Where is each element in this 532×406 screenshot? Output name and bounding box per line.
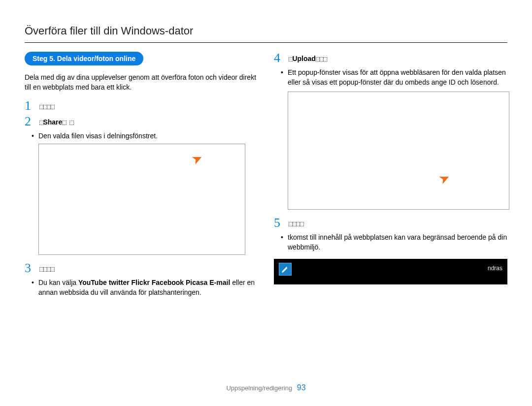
step-3-bullet-bold: YouTube twitter Flickr Facebook Picasa E… bbox=[78, 279, 230, 286]
note-pencil-icon bbox=[279, 263, 292, 276]
page-title: Överföra filer till din Windows-dator bbox=[25, 25, 507, 37]
step-2-head: ⬚Share⬚ ⬚ bbox=[39, 118, 258, 126]
screenshot-placeholder-right: ➤ bbox=[288, 92, 509, 210]
step-3-head: ⬚⬚⬚⬚ bbox=[39, 265, 258, 273]
step-4-bold: Upload bbox=[292, 55, 315, 62]
step-number-4: 4 bbox=[274, 52, 284, 64]
step-3: 3 ⬚⬚⬚⬚ bbox=[25, 262, 258, 275]
step-number-1: 1 bbox=[25, 99, 34, 112]
step-3-bullet: Du kan välja YouTube twitter Flickr Face… bbox=[25, 278, 258, 298]
right-column: 4 ⬚Upload⬚⬚⬚ Ett popup-fönster visas för… bbox=[274, 52, 507, 300]
step-1-glyph: ⬚⬚⬚⬚ bbox=[39, 102, 54, 110]
step-number-2: 2 bbox=[25, 115, 34, 128]
content-columns: Steg 5. Dela videor/foton online Dela me… bbox=[25, 52, 507, 300]
cursor-arrow-icon: ➤ bbox=[436, 169, 452, 187]
step-badge: Steg 5. Dela videor/foton online bbox=[25, 52, 143, 65]
page-footer: Uppspelning/redigering 93 bbox=[0, 383, 532, 392]
step-2-bullet: Den valda filen visas i delningsfönstret… bbox=[25, 131, 258, 141]
step-5-head: ⬚⬚⬚⬚ bbox=[289, 219, 507, 227]
page-number: 93 bbox=[297, 383, 306, 392]
step-4: 4 ⬚Upload⬚⬚⬚ bbox=[274, 52, 507, 64]
step-5-glyph: ⬚⬚⬚⬚ bbox=[289, 219, 303, 227]
step-4-glyph: ⬚⬚⬚ bbox=[316, 55, 327, 62]
step-5-bullet: tkomst till innehåll på webbplatsen kan … bbox=[274, 232, 507, 252]
step-number-3: 3 bbox=[25, 262, 34, 275]
step-4-head: ⬚Upload⬚⬚⬚ bbox=[289, 55, 507, 62]
intro-text: Dela med dig av dina upplevelser genom a… bbox=[25, 72, 258, 93]
left-column: Steg 5. Dela videor/foton online Dela me… bbox=[25, 52, 258, 300]
step-1-head: ⬚⬚⬚⬚ bbox=[39, 102, 258, 110]
step-3-glyph: ⬚⬚⬚⬚ bbox=[39, 265, 54, 273]
step-2: 2 ⬚Share⬚ ⬚ bbox=[25, 115, 258, 128]
title-divider bbox=[25, 42, 507, 43]
screenshot-placeholder-left: ➤ bbox=[38, 144, 245, 255]
cursor-arrow-icon: ➤ bbox=[189, 150, 205, 168]
step-5: 5 ⬚⬚⬚⬚ bbox=[274, 217, 507, 229]
note-text: ndras bbox=[297, 263, 502, 272]
note-box: ndras bbox=[274, 259, 507, 284]
step-number-5: 5 bbox=[274, 217, 284, 229]
footer-section-label: Uppspelning/redigering bbox=[226, 384, 292, 392]
step-4-bullet: Ett popup-fönster visas för att öppna we… bbox=[274, 67, 507, 88]
step-1: 1 ⬚⬚⬚⬚ bbox=[25, 99, 258, 112]
step-2-bold: Share bbox=[43, 118, 62, 126]
step-3-bullet-pre: Du kan välja bbox=[38, 279, 78, 286]
step-2-glyph: ⬚ ⬚ bbox=[62, 118, 73, 126]
